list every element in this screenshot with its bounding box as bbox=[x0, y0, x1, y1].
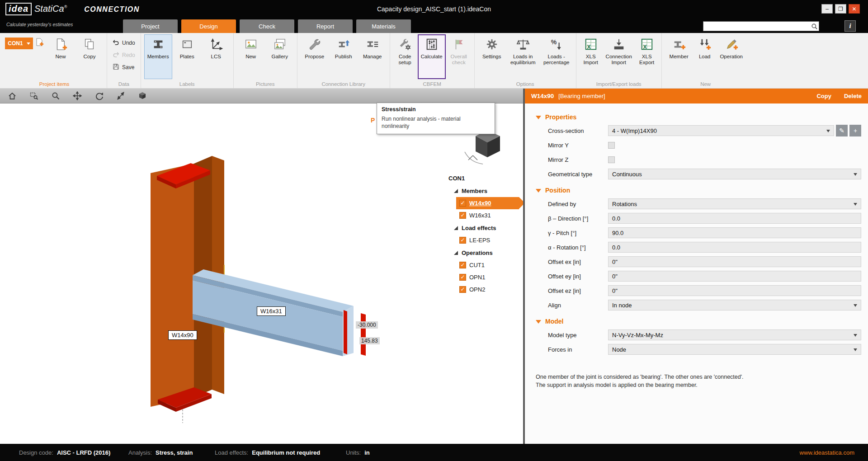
tree-item-w16x31[interactable]: ✓ W16x31 bbox=[445, 209, 523, 221]
search-icon[interactable] bbox=[810, 23, 819, 30]
maximize-button[interactable]: ❐ bbox=[835, 4, 846, 14]
new-load-button[interactable]: Load bbox=[694, 34, 716, 79]
tab-check[interactable]: Check bbox=[240, 19, 294, 33]
xls-import-button[interactable]: X XLS Import bbox=[580, 34, 602, 79]
mirror-y-checkbox[interactable] bbox=[608, 142, 615, 149]
tab-report[interactable]: Report bbox=[298, 19, 353, 33]
pan-icon[interactable] bbox=[72, 91, 82, 101]
info-button[interactable]: i bbox=[844, 20, 856, 32]
model-type-select[interactable]: N-Vy-Vz-Mx-My-Mz bbox=[608, 329, 861, 340]
group-label-data: Data bbox=[107, 81, 141, 87]
overall-check-button[interactable]: Overall check bbox=[447, 34, 471, 79]
search-input[interactable] bbox=[703, 23, 810, 29]
tab-project[interactable]: Project bbox=[123, 19, 178, 33]
tree-item-opn2[interactable]: ✓ OPN2 bbox=[445, 283, 523, 296]
beam-label[interactable]: W16x31 bbox=[257, 306, 286, 316]
labels-plates-toggle[interactable]: Plates bbox=[173, 34, 201, 79]
rotate-icon[interactable] bbox=[94, 91, 104, 101]
offset-ex-input[interactable]: 0" bbox=[608, 256, 861, 267]
expander-icon[interactable] bbox=[454, 226, 458, 230]
labels-members-toggle[interactable]: Members bbox=[144, 34, 172, 79]
connection-selector[interactable]: CON1 bbox=[5, 38, 33, 49]
minimize-button[interactable]: – bbox=[821, 4, 833, 14]
tab-materials[interactable]: Materials bbox=[356, 19, 411, 33]
settings-button[interactable]: Settings bbox=[478, 34, 506, 79]
calculate-button[interactable]: Calculate bbox=[418, 34, 446, 79]
save-button[interactable]: Save bbox=[110, 62, 137, 72]
edit-cross-section-button[interactable]: ✎ bbox=[836, 125, 848, 136]
forces-in-select[interactable]: Node bbox=[608, 344, 861, 355]
add-cross-section-button[interactable]: + bbox=[849, 125, 861, 136]
mirror-z-checkbox[interactable] bbox=[608, 156, 615, 163]
3d-scene[interactable] bbox=[0, 89, 523, 444]
collapse-icon[interactable] bbox=[536, 189, 541, 195]
checkbox-checked-icon[interactable]: ✓ bbox=[459, 200, 466, 207]
ribbon-group-connection-library: Propose Publish Manage Connection Librar… bbox=[297, 33, 390, 88]
zoom-window-icon[interactable] bbox=[29, 91, 39, 101]
new-member-button[interactable]: Member bbox=[665, 34, 693, 79]
cross-section-select[interactable]: 4 - W(Imp)14X90 bbox=[608, 125, 834, 136]
tree-item-w14x90[interactable]: ✓ W14x90 bbox=[456, 197, 519, 209]
zoom-icon[interactable] bbox=[51, 91, 61, 101]
checkbox-checked-icon[interactable]: ✓ bbox=[459, 286, 466, 293]
expander-icon[interactable] bbox=[454, 251, 458, 255]
checkbox-checked-icon[interactable]: ✓ bbox=[459, 237, 466, 244]
viewport-3d[interactable]: wireframe Stress/strain Run nonlinear an… bbox=[0, 89, 523, 444]
tree-item-le-eps[interactable]: ✓ LE-EPS bbox=[445, 234, 523, 246]
gamma-pitch-input[interactable]: 90.0 bbox=[608, 227, 861, 238]
section-properties[interactable]: Properties bbox=[525, 111, 868, 123]
redo-button[interactable]: Redo bbox=[110, 50, 137, 60]
manage-button[interactable]: Manage bbox=[359, 34, 387, 79]
end-plates[interactable] bbox=[344, 310, 366, 356]
collapse-icon[interactable] bbox=[536, 320, 541, 326]
new-project-item-button[interactable]: New bbox=[47, 34, 75, 79]
new-picture-button[interactable]: New bbox=[237, 34, 265, 79]
geometrical-type-select[interactable]: Continuous bbox=[608, 169, 861, 179]
tree-item-cut1[interactable]: ✓ CUT1 bbox=[445, 259, 523, 271]
tab-design[interactable]: Design bbox=[181, 19, 236, 33]
align-select[interactable]: In node bbox=[608, 300, 861, 310]
loads-percentage-toggle[interactable]: % Loads - percentage bbox=[540, 34, 573, 79]
tree-root-con1[interactable]: CON1 bbox=[445, 172, 523, 184]
delete-member-button[interactable]: Delete bbox=[844, 93, 862, 99]
copy-project-item-button[interactable]: Copy bbox=[75, 34, 104, 79]
checkbox-checked-icon[interactable]: ✓ bbox=[459, 212, 466, 219]
new-operation-button[interactable]: Operation bbox=[717, 34, 746, 79]
undo-button[interactable]: Undo bbox=[110, 38, 137, 48]
new-connection-icon[interactable] bbox=[35, 38, 44, 48]
section-position[interactable]: Position bbox=[525, 184, 868, 197]
checkbox-checked-icon[interactable]: ✓ bbox=[459, 274, 466, 281]
collapse-icon[interactable] bbox=[536, 116, 541, 122]
connection-import-button[interactable]: Connection Import bbox=[603, 34, 635, 79]
checkbox-checked-icon[interactable]: ✓ bbox=[459, 262, 466, 268]
section-model[interactable]: Model bbox=[525, 315, 868, 328]
propose-button[interactable]: Propose bbox=[301, 34, 329, 79]
tree-group-members[interactable]: Members bbox=[445, 184, 523, 197]
window-controls: – ❐ ✕ bbox=[821, 4, 860, 14]
labels-lcs-toggle[interactable]: LCS bbox=[202, 34, 230, 79]
beta-direction-input[interactable]: 0.0 bbox=[608, 213, 861, 224]
search-box[interactable] bbox=[703, 21, 819, 31]
alpha-rotation-input[interactable]: 0.0 bbox=[608, 242, 861, 253]
defined-by-select[interactable]: Rotations bbox=[608, 198, 861, 209]
xls-export-button[interactable]: X XLS Export bbox=[636, 34, 658, 79]
website-link[interactable]: www.ideastatica.com bbox=[800, 444, 854, 461]
tree-group-load-effects[interactable]: Load effects bbox=[445, 221, 523, 234]
gallery-button[interactable]: Gallery bbox=[266, 34, 294, 79]
offset-ez-input[interactable]: 0" bbox=[608, 285, 861, 296]
navigation-cube[interactable] bbox=[465, 130, 500, 164]
loads-in-equilibrium-toggle[interactable]: Loads in equilibrium bbox=[507, 34, 539, 79]
offset-ey-input[interactable]: 0" bbox=[608, 271, 861, 282]
tree-item-opn1[interactable]: ✓ OPN1 bbox=[445, 271, 523, 283]
copy-member-button[interactable]: Copy bbox=[816, 93, 831, 99]
code-setup-button[interactable]: Code setup bbox=[393, 34, 417, 79]
status-design-code: Design code: AISC - LRFD (2016) bbox=[19, 444, 110, 461]
solid-view-icon[interactable] bbox=[137, 91, 147, 101]
tree-group-operations[interactable]: Operations bbox=[445, 246, 523, 259]
zoom-fit-icon[interactable] bbox=[116, 91, 126, 101]
publish-button[interactable]: Publish bbox=[330, 34, 358, 79]
close-button[interactable]: ✕ bbox=[849, 4, 860, 14]
home-view-icon[interactable] bbox=[7, 91, 17, 101]
expander-icon[interactable] bbox=[454, 189, 458, 193]
column-label[interactable]: W14x90 bbox=[168, 330, 197, 340]
